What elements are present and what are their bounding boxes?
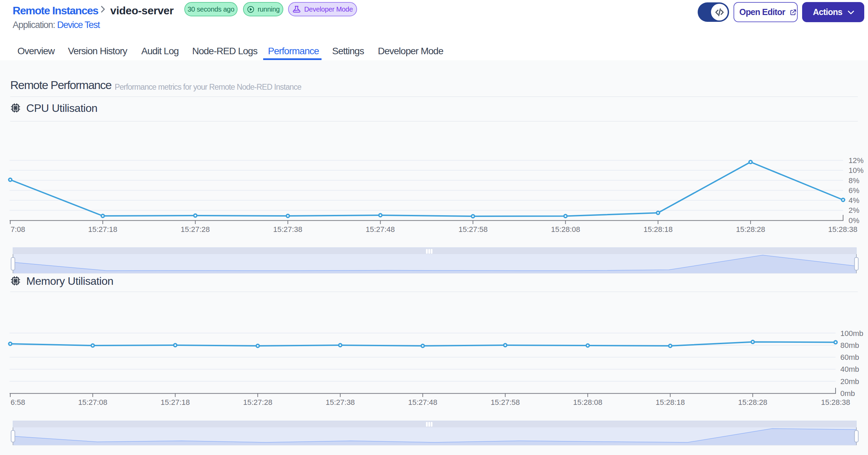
svg-text:15:28:18: 15:28:18 [656,398,685,407]
svg-text:80mb: 80mb [840,341,859,350]
svg-text:0mb: 0mb [840,389,855,398]
svg-text:20mb: 20mb [840,377,859,386]
svg-text:15:27:08: 15:27:08 [78,398,108,407]
svg-text:15:28:38: 15:28:38 [828,225,857,234]
svg-text:4%: 4% [849,196,859,205]
svg-text:15:27:48: 15:27:48 [408,398,438,407]
svg-text:40mb: 40mb [840,365,859,373]
svg-text:2%: 2% [849,206,859,215]
svg-text:15:27:48: 15:27:48 [366,225,395,234]
svg-text:15:27:28: 15:27:28 [181,225,210,234]
svg-text:15:28:08: 15:28:08 [573,398,602,407]
svg-text:15:27:58: 15:27:58 [490,398,520,407]
svg-text:15:28:28: 15:28:28 [736,225,765,234]
svg-text:15:27:28: 15:27:28 [243,398,272,407]
svg-text:15:28:08: 15:28:08 [551,225,580,234]
svg-text:15:28:18: 15:28:18 [643,225,673,234]
svg-text:10%: 10% [849,166,864,175]
svg-text:15:27:18: 15:27:18 [88,225,117,234]
svg-text:15:28:38: 15:28:38 [821,398,850,407]
svg-text:6%: 6% [849,186,859,195]
svg-text:15:27:58: 15:27:58 [458,225,488,234]
svg-text:100mb: 100mb [840,329,863,338]
svg-text:8%: 8% [849,176,859,185]
svg-text:7:08: 7:08 [11,225,25,234]
svg-text:6:58: 6:58 [11,398,25,407]
svg-text:0%: 0% [849,216,859,225]
svg-text:12%: 12% [849,156,864,165]
svg-text:15:28:28: 15:28:28 [738,398,767,407]
svg-text:15:27:18: 15:27:18 [161,398,190,407]
svg-text:15:27:38: 15:27:38 [273,225,302,234]
svg-text:15:27:38: 15:27:38 [326,398,355,407]
svg-text:60mb: 60mb [840,353,859,362]
